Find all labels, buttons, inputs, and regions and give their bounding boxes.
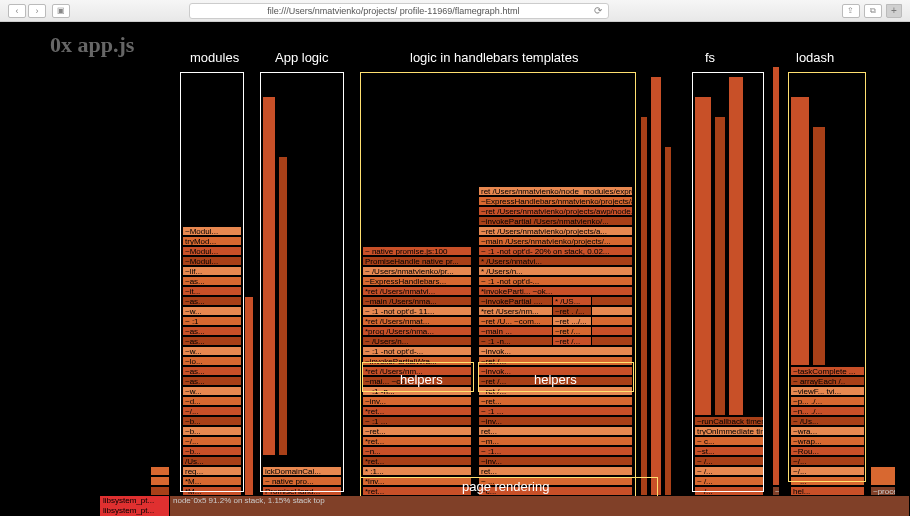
flame-col-app-logic[interactable]: PromiseHand...~ native pro...ickDomainCa… (262, 466, 342, 496)
frame[interactable]: ~ret /... (552, 326, 592, 336)
frame[interactable]: ~ c... (694, 436, 764, 446)
frame[interactable] (772, 66, 780, 486)
frame[interactable]: ~ret... (362, 426, 472, 436)
frame[interactable]: ~Modul... (182, 246, 242, 256)
flame-col-fs-spike3[interactable] (728, 76, 744, 416)
share-icon[interactable]: ⇪ (842, 4, 860, 18)
frame[interactable]: *ret... (362, 486, 472, 496)
frame[interactable]: ~ :1 (182, 316, 242, 326)
frame[interactable]: ~ /... (694, 486, 764, 496)
frame[interactable]: ~ :1... (478, 446, 633, 456)
frame[interactable]: ~mai... ~co... (362, 376, 472, 386)
frame[interactable]: *ret... (362, 406, 472, 416)
frame[interactable]: ~n... ./... (790, 406, 865, 416)
frame[interactable]: ~ExpressHandlebars... (362, 276, 472, 286)
frame[interactable]: ~ /Users/nmatvienko/pr... (362, 266, 472, 276)
frame-node-root[interactable]: node`0x5 91.2% on stack, 1.15% stack top (170, 496, 910, 506)
frame[interactable] (640, 116, 648, 496)
flame-col-app-spike2[interactable] (278, 156, 288, 456)
frame[interactable]: ~main /Users/nmatvienko/projects/... (478, 236, 633, 246)
frame[interactable] (790, 96, 810, 366)
frame[interactable]: ~ ... (790, 476, 865, 486)
frame[interactable]: *M... (182, 486, 242, 496)
url-bar[interactable]: file:///Users/nmatvienko/projects/ profi… (189, 3, 609, 19)
frame[interactable]: ~ :1 -not opt'd-... (478, 276, 633, 286)
frame[interactable]: ~inv... (362, 396, 472, 406)
frame[interactable]: ~ret /... (478, 376, 633, 386)
frame[interactable]: ~w... (182, 386, 242, 396)
frame[interactable]: ~main /Users/nma... (362, 296, 472, 306)
frame[interactable] (278, 156, 288, 456)
forward-button[interactable]: › (28, 4, 46, 18)
frame[interactable]: * /Users/n... (478, 266, 633, 276)
tabs-icon[interactable]: ⧉ (864, 4, 882, 18)
frame[interactable]: tryMod... (182, 236, 242, 246)
frame[interactable]: * /Users/nmatvi... (478, 256, 633, 266)
frame[interactable]: ~ :1 -n... (362, 386, 472, 396)
frame[interactable]: ~as... (182, 366, 242, 376)
frame[interactable]: ~lif... (182, 266, 242, 276)
frame[interactable]: *ret /Users/nm... (362, 366, 472, 376)
frame[interactable] (150, 466, 170, 476)
frame[interactable]: ~ret /Users/nmatvienko/projects/a... (478, 226, 633, 236)
frame[interactable]: ~ :1 -not opt'd- 11... (362, 306, 472, 316)
frame[interactable]: ~st... (694, 446, 764, 456)
frame[interactable]: ~wrap... (790, 436, 865, 446)
frame[interactable]: ~w... (182, 346, 242, 356)
frame[interactable]: ~ret /... (478, 386, 633, 396)
frame[interactable]: ~inv... (478, 416, 633, 426)
frame[interactable]: ~inv... (478, 456, 633, 466)
frame[interactable]: ~ native pro... (262, 476, 342, 486)
frame[interactable]: ~ arrayEach /.. (790, 376, 865, 386)
frame[interactable]: *inv... (362, 476, 472, 486)
frame[interactable]: ~ret .../... (552, 316, 592, 326)
frame[interactable] (812, 126, 826, 366)
flame-col-spike4[interactable] (664, 146, 672, 496)
frame-libsystem1[interactable]: libsystem_pt... (100, 496, 170, 506)
frame[interactable]: ~invokePartial /Users/nmatvienko/... (478, 216, 633, 226)
frame[interactable]: ~d... (182, 396, 242, 406)
frame[interactable]: ~processImmediate timers... (870, 486, 896, 496)
frame[interactable]: ~c... (478, 486, 633, 496)
frame[interactable]: *ret /Users/nmat... (362, 316, 472, 326)
frame[interactable]: ~ret . /... (552, 306, 592, 316)
frame[interactable]: ~ native promise.js:100 (362, 246, 472, 256)
frame[interactable]: ~p... ./... (790, 396, 865, 406)
frame[interactable]: ~ExpressHandlebars/nmatvienko/projects/a… (478, 196, 633, 206)
frame[interactable] (244, 296, 254, 496)
frame[interactable]: ~/... (790, 456, 865, 466)
frame[interactable]: ~invok... (478, 366, 633, 376)
frame[interactable] (694, 96, 712, 416)
frame[interactable]: ~ret /... (478, 356, 633, 366)
frame[interactable]: ~invok... (478, 346, 633, 356)
frame[interactable]: ~ ... (478, 476, 633, 486)
frame[interactable]: ~Modul... (182, 226, 242, 236)
frame[interactable]: * :1... (362, 466, 472, 476)
flame-col-stub[interactable] (150, 466, 170, 496)
frame[interactable]: ~ret /... (552, 336, 592, 346)
frame[interactable] (262, 96, 276, 456)
frame[interactable]: ~ :1 -not opt'd-... (362, 346, 472, 356)
frame[interactable]: hel... (790, 486, 865, 496)
frame[interactable]: ~ :1 ... (362, 416, 472, 426)
frame[interactable]: ~as... (182, 336, 242, 346)
frame[interactable]: *invokeParti... ~ok... (478, 286, 633, 296)
flame-col-modules[interactable]: *M...*M...req.../Us...~b...~/...~b...~b.… (182, 226, 242, 496)
frame[interactable]: ~ :1 -not opt'd- 20% on stack, 0.02... (478, 246, 633, 256)
frame[interactable] (870, 466, 896, 486)
frame[interactable]: PromiseHand... (262, 486, 342, 496)
frame[interactable]: ~Modul... (182, 256, 242, 266)
frame[interactable]: *prog /Users/nma... (362, 326, 472, 336)
flame-col-hb1[interactable]: *ret...*inv...* :1...*ret...~n...*ret...… (362, 246, 472, 496)
frame[interactable]: ~/... (182, 406, 242, 416)
frame[interactable]: ~as... (182, 276, 242, 286)
new-tab-button[interactable]: + (886, 4, 902, 18)
flame-col-spike3[interactable] (650, 76, 662, 496)
frame[interactable]: *ret... (362, 436, 472, 446)
frame[interactable]: ~b... (182, 446, 242, 456)
flame-col-spike2[interactable] (640, 116, 648, 496)
frame-libsystem2[interactable]: libsystem_pt... (100, 506, 170, 516)
flame-col-fs-spike2[interactable] (714, 116, 726, 416)
flame-col-lodash[interactable]: hel...~ ...~/...~/...~Rou...~wrap...~wra… (790, 366, 865, 496)
frame[interactable]: ~wra... (790, 426, 865, 436)
